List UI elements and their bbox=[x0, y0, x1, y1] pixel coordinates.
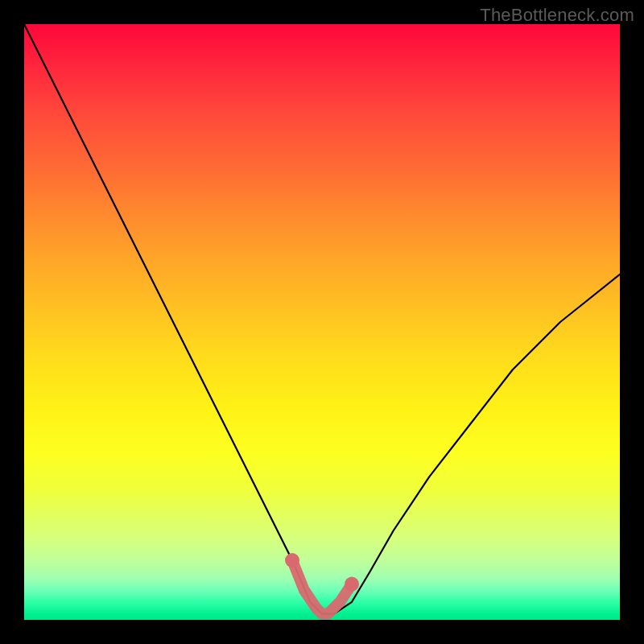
chart-svg bbox=[24, 24, 620, 620]
plot-area bbox=[24, 24, 620, 620]
bottleneck-curve bbox=[24, 24, 620, 614]
highlight-end-dot bbox=[345, 577, 359, 592]
highlight-segment bbox=[292, 560, 352, 614]
watermark-text: TheBottleneck.com bbox=[480, 5, 634, 26]
chart-frame: TheBottleneck.com bbox=[0, 0, 644, 644]
highlight-end-dot bbox=[285, 553, 299, 568]
